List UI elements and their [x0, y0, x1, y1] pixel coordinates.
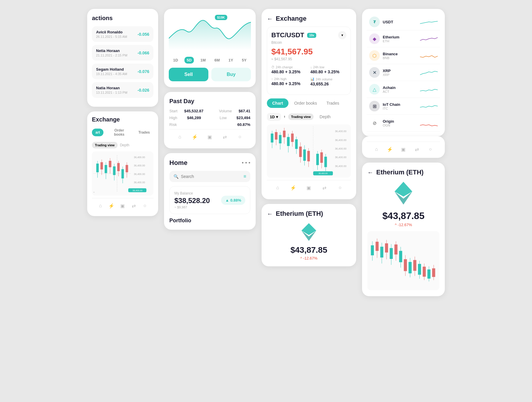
- tab-trades-main[interactable]: Trades: [323, 98, 343, 108]
- profile-nav-exchange[interactable]: ○: [337, 184, 343, 191]
- crypto-list-item[interactable]: ✕ XRP XRP: [367, 64, 440, 81]
- period-select[interactable]: 1D ▾: [267, 113, 281, 121]
- volume-label: Volume: [219, 109, 232, 113]
- svg-rect-20: [126, 165, 128, 172]
- crypto-item-usdt[interactable]: ₮ USDT: [367, 14, 440, 30]
- crypto-list-item[interactable]: ⊞ IoT Chain ITC: [367, 98, 440, 115]
- crypto-list-item[interactable]: ⬡ Binance BNB: [367, 47, 440, 64]
- crypto-symbol: ACT: [383, 90, 417, 93]
- back-btn-eth-detail[interactable]: ←: [367, 169, 373, 176]
- time-1d[interactable]: 1D: [171, 57, 181, 64]
- time-6m[interactable]: 6M: [212, 57, 222, 64]
- tab-chart-active[interactable]: Chart: [267, 98, 288, 108]
- pair-name: BTC/USDT: [271, 31, 304, 39]
- transfer-nav-icon-chart[interactable]: ⇄: [222, 134, 228, 140]
- eth-diamond-large: [390, 180, 417, 207]
- txn-date: 21.11.2021 - 2:15 PM: [96, 54, 127, 57]
- flash-nav-icon-chart[interactable]: ⚡: [192, 134, 198, 140]
- down-arrow-icon: ↓: [310, 65, 312, 69]
- back-btn-eth-mid[interactable]: ←: [267, 210, 273, 217]
- home-nav-icon-small[interactable]: ⌂: [97, 202, 104, 209]
- time-5y[interactable]: 5Y: [239, 57, 249, 64]
- crypto-list-item[interactable]: ◆ Etherium ETH: [367, 30, 440, 47]
- txn-date: 26.11.2021 - 5:15 AM: [96, 35, 127, 38]
- svg-rect-18: [121, 169, 124, 178]
- svg-text:36,400.00: 36,400.00: [335, 147, 346, 150]
- depth-main[interactable]: Depth: [316, 112, 334, 121]
- dropdown-icon[interactable]: ▾: [338, 31, 346, 39]
- flash-nav-exchange[interactable]: ⚡: [290, 184, 296, 191]
- stat-24h-volume-value: 43,655.26: [310, 82, 346, 86]
- crypto-list-item[interactable]: ⊘ Origin OGN: [367, 115, 440, 132]
- svg-rect-65: [371, 245, 374, 255]
- eth-detail-price: $43,87.85: [367, 210, 439, 221]
- crypto-list-item[interactable]: △ Achain ACT: [367, 81, 440, 98]
- eth-detail-card: ← Etherium (ETH) $43,87.85 ^ -12.67%: [362, 163, 445, 296]
- time-5d[interactable]: 5D: [184, 57, 194, 64]
- tab-trades-small[interactable]: Trades: [135, 129, 153, 136]
- sell-button[interactable]: Sell: [169, 68, 208, 81]
- txn-value: -0.026: [137, 88, 149, 93]
- pair-info-card: BTC/USDT 10x ▾ Bitcoin $41,567.95 ≈ $41,…: [267, 27, 351, 95]
- transfer-nav-icon-small[interactable]: ⇄: [131, 202, 137, 209]
- txn-value: -0.066: [137, 51, 149, 55]
- home-header: Home • • •: [169, 159, 250, 167]
- depth-btn-small[interactable]: Depth: [120, 143, 129, 147]
- eth-mid-header: ← Etherium (ETH): [267, 210, 351, 218]
- txn-value: -0.076: [137, 69, 149, 74]
- tab-order-books-main[interactable]: Order books: [291, 98, 321, 108]
- low-value: $23,494: [236, 116, 250, 120]
- svg-rect-55: [320, 153, 323, 163]
- buy-button[interactable]: Buy: [211, 68, 251, 81]
- wave-chart-area: $19K: [169, 15, 251, 53]
- transaction-item[interactable]: Avicii Ronaldo 26.11.2021 - 5:15 AM -0.0…: [92, 26, 153, 42]
- svg-rect-16: [117, 163, 120, 171]
- more-button[interactable]: • • •: [242, 160, 250, 166]
- expand-icon[interactable]: ⬆: [283, 115, 286, 118]
- svg-text:36,400.00: 36,400.00: [335, 139, 346, 142]
- usdt-name: USDT: [383, 20, 417, 24]
- home-nav-icon-chart[interactable]: ⌂: [176, 134, 183, 140]
- wallet-nav-exchange[interactable]: ▣: [306, 184, 312, 191]
- home-nav-crypto[interactable]: ⌂: [373, 146, 380, 153]
- tab-order-books-small[interactable]: Order books: [106, 127, 132, 138]
- leverage-badge: 10x: [307, 33, 316, 38]
- usdt-sparkline: [420, 18, 438, 25]
- crypto-info: Achain ACT: [383, 85, 417, 93]
- trading-view-btn-small[interactable]: Trading view: [92, 142, 118, 148]
- transaction-item[interactable]: Netia Horaan 21.11.2021 - 2:15 PM -0.066: [92, 45, 153, 61]
- svg-rect-39: [283, 131, 286, 137]
- svg-rect-45: [295, 140, 298, 149]
- transfer-nav-crypto[interactable]: ⇄: [414, 146, 420, 153]
- svg-rect-10: [105, 165, 107, 173]
- crypto-list-nav: ⌂ ⚡ ▣ ⇄ ○: [362, 136, 445, 158]
- wallet-nav-icon-small[interactable]: ▣: [119, 202, 126, 209]
- home-nav-exchange[interactable]: ⌂: [274, 184, 281, 191]
- svg-rect-47: [299, 147, 302, 157]
- tab-art[interactable]: art: [92, 129, 103, 136]
- filter-icon[interactable]: ≡: [244, 174, 246, 179]
- flash-nav-crypto[interactable]: ⚡: [387, 146, 393, 153]
- crypto-symbol: XRP: [383, 73, 417, 77]
- profile-nav-crypto[interactable]: ○: [427, 146, 434, 153]
- profile-nav-icon-small[interactable]: ○: [142, 202, 148, 209]
- wallet-nav-icon-chart[interactable]: ▣: [207, 134, 213, 140]
- wallet-nav-crypto[interactable]: ▣: [400, 146, 407, 153]
- past-day-title: Past Day: [169, 98, 250, 105]
- trading-view-main[interactable]: Trading view: [288, 114, 314, 120]
- search-input[interactable]: [181, 174, 241, 179]
- profile-nav-icon-chart[interactable]: ○: [237, 134, 243, 140]
- transfer-nav-exchange[interactable]: ⇄: [321, 184, 328, 191]
- svg-text:38,400.00: 38,400.00: [132, 189, 142, 192]
- svg-rect-67: [376, 242, 378, 251]
- pair-row: BTC/USDT 10x ▾: [271, 31, 346, 39]
- search-box[interactable]: 🔍 ≡: [169, 171, 250, 182]
- back-button-exchange[interactable]: ←: [267, 15, 273, 22]
- transaction-item[interactable]: Segam Holland 19.11.2021 - 4:35 AM -0.07…: [92, 64, 153, 79]
- stat-24h-change-label: ⏱ 24h change: [271, 65, 307, 69]
- time-1y[interactable]: 1Y: [226, 57, 236, 64]
- transaction-item[interactable]: Natia Horaan 13.11.2021 - 1:13 PM -0.026: [92, 82, 153, 98]
- balance-sub: ~ $9,987: [174, 205, 210, 209]
- flash-nav-icon-small[interactable]: ⚡: [108, 202, 115, 209]
- time-1m[interactable]: 1M: [198, 57, 208, 64]
